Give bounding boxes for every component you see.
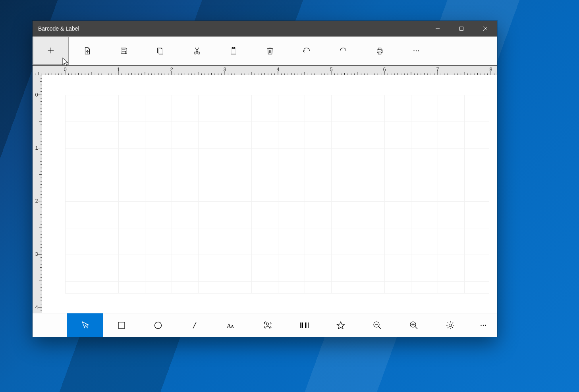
barcode-tool-button[interactable] [286, 313, 322, 337]
svg-rect-14 [378, 52, 381, 54]
maximize-icon [459, 26, 464, 31]
save-icon [120, 46, 128, 55]
svg-point-301 [483, 325, 484, 326]
svg-rect-291 [308, 322, 309, 328]
rectangle-tool-button[interactable] [103, 313, 140, 337]
ellipse-tool-button[interactable] [140, 313, 176, 337]
svg-rect-4 [122, 48, 125, 50]
select-tool-button[interactable] [67, 313, 103, 337]
cut-icon [193, 46, 201, 55]
svg-rect-5 [122, 51, 125, 53]
star-tool-button[interactable] [322, 313, 359, 337]
paste-button[interactable] [215, 37, 252, 65]
zoom-out-icon [372, 321, 382, 330]
svg-point-17 [416, 50, 417, 51]
more-button[interactable] [398, 37, 434, 65]
vruler-label: 0 [35, 92, 38, 98]
svg-point-15 [381, 50, 382, 50]
barcode-icon [299, 321, 309, 330]
close-button[interactable] [473, 21, 497, 37]
svg-rect-13 [378, 48, 381, 50]
svg-line-296 [415, 326, 417, 329]
vruler-label: 4 [35, 304, 38, 310]
svg-rect-279 [118, 322, 125, 328]
svg-point-18 [418, 50, 419, 51]
print-icon [375, 46, 384, 55]
paste-icon [229, 46, 238, 55]
new-button[interactable] [33, 37, 69, 65]
redo-icon [339, 46, 347, 55]
line-icon [190, 321, 199, 330]
svg-rect-285 [300, 322, 301, 328]
star-icon [336, 321, 345, 330]
cut-button[interactable] [179, 37, 215, 65]
text-tool-button[interactable]: AA [213, 313, 249, 337]
zoom-in-icon [409, 321, 419, 330]
more-icon [412, 46, 421, 55]
rectangle-icon [117, 321, 126, 330]
minimize-icon [435, 26, 440, 31]
vruler-label: 1 [35, 145, 38, 151]
canvas-scrollport[interactable] [42, 75, 497, 313]
zoom-in-button[interactable] [396, 313, 432, 337]
vruler-label: 2 [35, 198, 38, 204]
titlebar[interactable]: Barcode & Label [33, 21, 497, 37]
redo-button[interactable] [325, 37, 361, 65]
close-icon [483, 26, 488, 31]
svg-point-300 [481, 325, 481, 326]
svg-rect-286 [301, 322, 301, 328]
line-tool-button[interactable] [176, 313, 213, 337]
app-title: Barcode & Label [38, 25, 79, 32]
svg-point-280 [155, 322, 162, 329]
text-icon: AA [226, 321, 236, 330]
gear-icon [446, 321, 455, 330]
svg-rect-1 [460, 27, 463, 31]
trash-icon [266, 46, 274, 55]
cursor-icon [80, 321, 90, 330]
svg-rect-287 [302, 322, 303, 328]
more-bottom-button[interactable] [469, 313, 497, 337]
image-icon [263, 321, 272, 330]
horizontal-ruler: 012345678 [33, 66, 497, 75]
svg-point-299 [449, 324, 452, 327]
zoom-out-button[interactable] [359, 313, 396, 337]
ellipse-icon [153, 321, 163, 330]
delete-button[interactable] [252, 37, 288, 65]
label-canvas[interactable] [65, 95, 489, 294]
save-button[interactable] [106, 37, 142, 65]
svg-rect-7 [159, 49, 163, 54]
svg-point-16 [413, 50, 414, 51]
print-button[interactable] [361, 37, 398, 65]
vruler-label: 3 [35, 251, 38, 257]
svg-point-284 [266, 323, 269, 325]
undo-icon [302, 46, 311, 55]
copy-button[interactable] [142, 37, 179, 65]
svg-line-293 [378, 326, 381, 329]
svg-rect-289 [305, 322, 306, 328]
svg-rect-288 [304, 322, 304, 328]
svg-text:A: A [231, 324, 234, 328]
desktop-background: Barcode & Label [0, 0, 579, 392]
open-button[interactable] [69, 37, 106, 65]
maximize-button[interactable] [450, 21, 473, 37]
copy-icon [156, 46, 165, 55]
undo-button[interactable] [288, 37, 325, 65]
app-window: Barcode & Label [33, 21, 497, 337]
image-tool-button[interactable] [249, 313, 286, 337]
settings-button[interactable] [432, 313, 469, 337]
minimize-button[interactable] [426, 21, 450, 37]
svg-point-302 [485, 325, 486, 326]
toolbar-bottom: AA [33, 313, 497, 337]
open-document-icon [83, 46, 92, 55]
vertical-ruler: 01234 [33, 75, 42, 313]
more-icon [479, 321, 488, 330]
svg-line-281 [193, 322, 196, 328]
plus-icon [46, 46, 55, 55]
svg-rect-290 [307, 322, 307, 328]
content-area: 012345678 01234 [33, 65, 497, 313]
toolbar-top [33, 37, 497, 65]
